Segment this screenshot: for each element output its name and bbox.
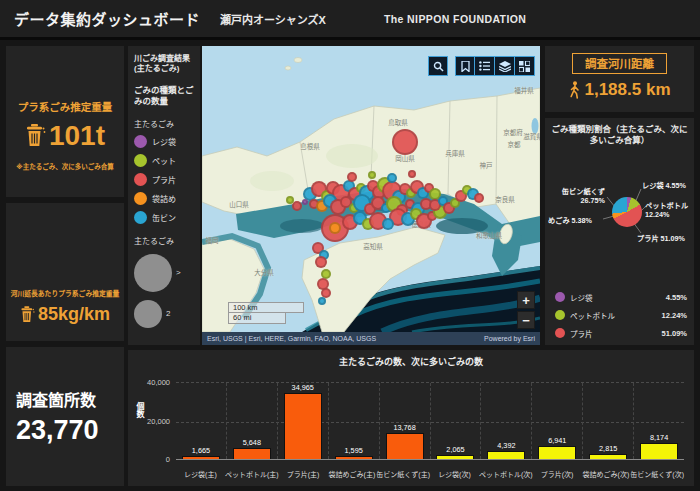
map-place-label: 福井県	[514, 85, 534, 95]
map-legend-section-1: 主たるごみ	[134, 118, 195, 129]
header: データ集約ダッシュボード 瀬戸内オーシャンズX The NIPPON FOUND…	[0, 0, 700, 40]
map-bubble[interactable]	[302, 199, 308, 205]
kpi-sites-title: 調査箇所数	[16, 387, 124, 411]
map-search-button[interactable]	[428, 56, 448, 76]
pie-legend-row[interactable]: プラ片51.09%	[555, 324, 687, 342]
bar-x-label: プラ片(主)	[279, 469, 328, 479]
pie-callout-kan: 缶ビン紙くず26.75%	[547, 187, 605, 206]
map-bubble[interactable]	[392, 129, 418, 155]
map-bookmark-button[interactable]	[455, 56, 475, 76]
pie-zone: レジ袋 4.55% ペットボトル12.24% プラ片 51.09% 缶ビン紙くず…	[545, 161, 694, 253]
map-bubble[interactable]	[286, 196, 294, 204]
bar[interactable]	[487, 451, 525, 459]
legend-color-dot	[134, 173, 147, 186]
bar[interactable]	[284, 393, 322, 459]
bar-column: 13,768	[379, 383, 430, 459]
map-legend-button[interactable]	[475, 56, 495, 76]
map-basemap-button[interactable]	[515, 56, 535, 76]
legend-color-dot	[134, 211, 147, 224]
map-place-label: 島根県	[300, 141, 320, 151]
zoom-out-button[interactable]: −	[517, 311, 535, 329]
map-zoom-control: + −	[517, 291, 535, 329]
legend-type-row[interactable]: レジ袋	[134, 135, 195, 148]
map-bubble[interactable]	[368, 171, 376, 179]
bar-value-label: 34,965	[292, 383, 314, 392]
pie-legend-row[interactable]: レジ袋4.55%	[555, 288, 687, 306]
pie-callout-pura: プラ片 51.09%	[637, 234, 685, 243]
pie-legend-dot	[555, 328, 565, 338]
bar-value-label: 4,392	[497, 441, 515, 450]
map-legend-size-list: >2	[134, 254, 195, 328]
map-toolbar	[428, 56, 535, 76]
bar-value-label: 2,815	[599, 444, 617, 453]
bar-value-label: 13,768	[393, 423, 415, 432]
legend-type-row[interactable]: プラ片	[134, 173, 195, 186]
org-name: The NIPPON FOUNDATION	[384, 13, 526, 25]
zoom-in-button[interactable]: +	[517, 291, 535, 309]
map-bubble[interactable]	[329, 222, 341, 234]
bar-column: 5,648	[226, 383, 277, 459]
map-bubble[interactable]	[292, 201, 302, 211]
map-bubble[interactable]	[347, 172, 357, 182]
pie-legend-dot	[555, 310, 565, 320]
legend-color-dot	[134, 135, 147, 148]
pie-legend-pct: 4.55%	[666, 293, 687, 302]
bar[interactable]	[640, 443, 678, 459]
bar-column: 1,595	[328, 383, 379, 459]
kpi-plastic-weight-card: プラ系ごみ推定重量 101t ※主たるごみ、次に多いごみ合算	[6, 46, 124, 197]
y-axis-title: 個数	[134, 402, 145, 418]
map-canvas[interactable]: 島根県鳥取県岡山県兵庫県京都府京都滋賀県福井県神戸山口県福岡大分県高知県徳島県奈…	[202, 46, 540, 345]
bar[interactable]	[335, 456, 373, 459]
legend-size-circle	[134, 300, 162, 328]
bar-x-label: ペットボトル(主)	[225, 469, 279, 479]
bar[interactable]	[233, 448, 271, 459]
legend-type-label: プラ片	[152, 174, 176, 185]
walking-person-icon	[568, 81, 581, 99]
map-bubble[interactable]	[408, 170, 416, 178]
legend-type-row[interactable]: ペット	[134, 154, 195, 167]
map-legend-panel: 川ごみ調査結果(主たるごみ) ごみの種類とごみの数量 主たるごみ レジ袋ペットプ…	[128, 46, 200, 345]
bar-x-label: 缶ビン紙くず(次)	[630, 469, 684, 479]
legend-size-row: 2	[134, 300, 195, 328]
map-place-label: 大分県	[254, 267, 274, 277]
bar-value-label: 6,941	[548, 436, 566, 445]
bar[interactable]	[386, 433, 424, 459]
map-bubble[interactable]	[387, 173, 397, 183]
pie-legend-dot	[555, 292, 565, 302]
legend-type-row[interactable]: 袋詰め	[134, 192, 195, 205]
pie-callout-pet: ペットボトル12.24%	[645, 201, 688, 220]
kpi-distance-value: 1,188.5 km	[584, 80, 670, 100]
legend-size-label: >	[176, 268, 181, 277]
pie-legend-pct: 12.24%	[662, 311, 687, 320]
bar[interactable]	[589, 454, 627, 459]
pie-title: ごみ種類別割合（主たるごみ、次に多いごみ合算）	[545, 124, 694, 147]
kpi-per-km-card: 河川延長あたりプラ系ごみ推定重量 85kg/km	[6, 203, 124, 341]
scale-mi: 60 mi	[228, 313, 286, 324]
map-place-label: 京都	[508, 139, 521, 149]
legend-type-row[interactable]: 缶ビン	[134, 211, 195, 224]
map-layers-button[interactable]	[495, 56, 515, 76]
project-name: 瀬戸内オーシャンズX	[220, 11, 326, 27]
map-bubble[interactable]	[474, 193, 484, 203]
y-tick-40000: 40,000	[130, 378, 170, 387]
bar[interactable]	[182, 456, 220, 459]
legend-size-row: >	[134, 254, 195, 292]
legend-color-dot	[134, 154, 147, 167]
pie-chart[interactable]	[612, 197, 642, 227]
bar-x-label: レジ袋(次)	[430, 469, 479, 479]
bar-column: 6,941	[531, 383, 582, 459]
pie-legend-label: レジ袋	[570, 292, 666, 303]
pie-legend-row[interactable]: ペットボトル12.24%	[555, 306, 687, 324]
kpi-plastic-weight-value: 101t	[49, 120, 105, 152]
pie-legend-row[interactable]: 袋詰めごみ5.38%	[555, 342, 687, 345]
map-bubble[interactable]	[382, 218, 394, 230]
map-place-label: 福岡	[206, 235, 219, 245]
map-bubble[interactable]	[315, 256, 327, 268]
bar[interactable]	[436, 455, 474, 459]
bar-value-label: 1,665	[192, 446, 210, 455]
bar[interactable]	[538, 446, 576, 459]
bar-xlabels: レジ袋(主)ペットボトル(主)プラ片(主)袋詰めごみ(主)缶ビン紙くず(主)レジ…	[176, 469, 684, 479]
map-bubble[interactable]	[318, 297, 326, 305]
bar-column: 8,174	[633, 383, 684, 459]
pie-callout-regi: レジ袋 4.55%	[642, 181, 686, 190]
